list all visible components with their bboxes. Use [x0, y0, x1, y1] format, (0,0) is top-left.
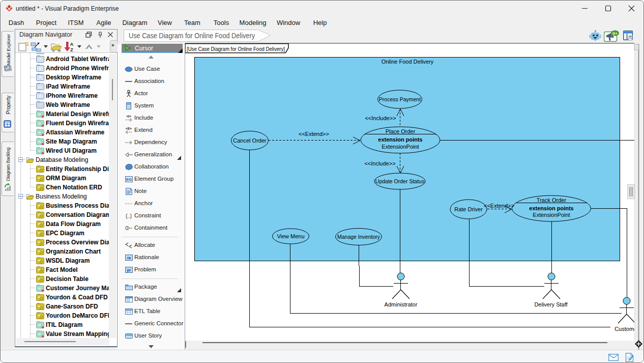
svg-text:Track Order: Track Order [537, 197, 567, 203]
svg-text:«I»: «I» [126, 115, 131, 118]
svg-text:«E»: «E» [126, 127, 132, 130]
svg-text:Z: Z [70, 47, 73, 52]
svg-text:ExtensionPoint: ExtensionPoint [382, 144, 419, 150]
svg-text:pr: pr [127, 268, 131, 272]
svg-text:EG: EG [126, 177, 132, 182]
svg-text:Rate Driver: Rate Driver [454, 206, 483, 212]
svg-text:Update Order Status: Update Order Status [375, 178, 424, 184]
svg-text:View Menu: View Menu [277, 233, 304, 239]
svg-text:Process Payment: Process Payment [379, 96, 421, 102]
svg-text:Delivery Staff: Delivery Staff [534, 301, 568, 308]
svg-text:<<Include>>: <<Include>> [365, 115, 396, 121]
svg-text:<<Include>>: <<Include>> [364, 160, 395, 166]
svg-text:extension points: extension points [529, 205, 573, 211]
svg-text:ra: ra [127, 256, 131, 260]
svg-text:Cancel Order: Cancel Order [233, 137, 267, 144]
svg-text:<<Extend>>: <<Extend>> [484, 203, 514, 209]
svg-text:<<Extend>>: <<Extend>> [299, 131, 329, 137]
svg-text:extension points: extension points [378, 136, 422, 143]
svg-text:9+: 9+ [612, 31, 618, 36]
svg-text:Administrator: Administrator [385, 301, 418, 308]
svg-text:Place Order: Place Order [386, 128, 416, 134]
svg-text:{..}: {..} [126, 213, 132, 219]
svg-text:[Use Case Diagram for Online F: [Use Case Diagram for Online Food Delive… [187, 46, 285, 52]
svg-text:ExtensionPoint: ExtensionPoint [533, 212, 570, 218]
svg-text:Use Case Diagram for Online Fo: Use Case Diagram for Online Food Deliver… [129, 32, 255, 40]
svg-text:Manage Inventory: Manage Inventory [337, 234, 380, 240]
svg-text:Online Food Delivery: Online Food Delivery [382, 59, 434, 65]
svg-text:A: A [70, 42, 74, 47]
